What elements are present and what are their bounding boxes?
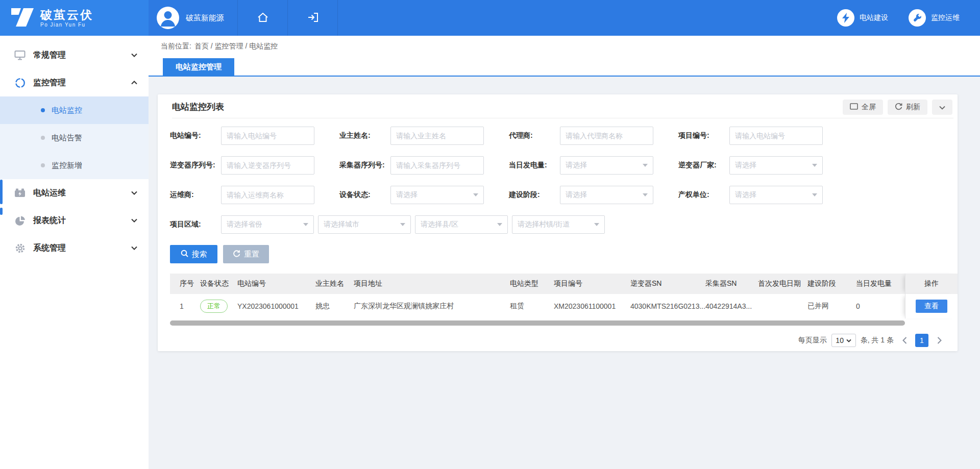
cell-inverter-sn: 4030KMTS216G0213...: [630, 302, 705, 310]
sidebar-item-system-management[interactable]: 系统管理: [0, 234, 149, 262]
search-button[interactable]: 搜索: [170, 245, 217, 263]
select-placeholder: 请选择: [735, 190, 756, 200]
reset-button[interactable]: 重置: [223, 245, 269, 263]
brand-logo: 破茧云伏 Po Jian Yun Fu: [0, 0, 149, 36]
field-label: 项目区域:: [170, 220, 221, 229]
select-placeholder: 请选择: [396, 190, 418, 200]
collapse-button[interactable]: [932, 100, 952, 115]
caret-down-icon: [846, 339, 851, 342]
sidebar-item-monitor-add[interactable]: 监控新增: [0, 152, 149, 179]
filter-field-property-unit: 产权单位: 请选择: [678, 186, 848, 204]
inverter-brand-select[interactable]: 请选择: [729, 156, 823, 175]
filter-actions: 搜索 重置: [170, 245, 958, 263]
logout-button[interactable]: [288, 0, 338, 36]
sidebar-subitem-label: 电站监控: [52, 106, 82, 115]
town-select[interactable]: 请选择村镇/街道: [512, 215, 605, 234]
next-page-button[interactable]: [933, 334, 945, 347]
horizontal-scrollbar-thumb[interactable]: [170, 320, 905, 326]
col-header-stage: 建设阶段: [807, 279, 856, 288]
cell-station-no: YX2023061000001: [237, 302, 315, 310]
fullscreen-icon: [850, 103, 858, 111]
chevron-down-icon: [939, 103, 945, 111]
sidebar-item-general-management[interactable]: 常规管理: [0, 41, 149, 69]
sidebar-item-station-alarm[interactable]: 电站告警: [0, 124, 149, 152]
home-button[interactable]: [238, 0, 288, 36]
property-unit-select[interactable]: 请选择: [729, 186, 823, 204]
page-number-button[interactable]: 1: [915, 334, 928, 347]
filter-field-project-no: 项目编号:: [678, 127, 848, 145]
quick-link-monitor-ops[interactable]: 监控运维: [909, 0, 960, 36]
sidebar-item-monitor-management[interactable]: 监控管理: [0, 69, 149, 96]
daily-gen-select[interactable]: 请选择: [560, 156, 653, 175]
cell-daily-gen: 0: [856, 302, 905, 310]
topbar-spacer: [338, 0, 837, 36]
select-placeholder: 请选择县/区: [421, 220, 458, 229]
col-header-daily-gen: 当日发电量: [856, 279, 905, 288]
district-select[interactable]: 请选择县/区: [415, 215, 508, 234]
chevron-down-icon: [131, 218, 137, 223]
total-count-label: 条, 共 1 条: [861, 336, 894, 345]
card-title: 电站监控列表: [172, 100, 224, 115]
lightning-icon: [837, 9, 854, 27]
col-header-seq: 序号: [170, 279, 200, 288]
caret-down-icon: [643, 164, 648, 167]
filter-field-build-stage: 建设阶段: 请选择: [509, 186, 678, 204]
owner-name-input[interactable]: [390, 127, 484, 145]
quick-link-label: 监控运维: [931, 13, 960, 22]
field-label: 逆变器序列号:: [170, 161, 221, 170]
monitor-icon: [14, 50, 26, 60]
avatar: [157, 7, 179, 29]
cell-device-status: 正常: [200, 300, 237, 313]
select-placeholder: 请选择: [566, 190, 587, 200]
brand-subtitle: Po Jian Yun Fu: [40, 22, 93, 28]
station-no-input[interactable]: [221, 127, 314, 145]
sidebar-scrollbar-thumb[interactable]: [0, 208, 3, 215]
field-label: 运维商:: [170, 190, 221, 200]
build-stage-select[interactable]: 请选择: [560, 186, 653, 204]
topbar-user[interactable]: 破茧新能源: [149, 0, 238, 36]
project-no-input[interactable]: [729, 127, 823, 145]
ops-provider-input[interactable]: [221, 186, 314, 204]
field-label: 当日发电量:: [509, 161, 560, 170]
sidebar-item-station-ops[interactable]: 电站运维: [0, 179, 149, 207]
breadcrumb: 当前位置: 首页 / 监控管理 / 电站监控: [149, 36, 980, 57]
content-area: 电站监控列表 全屏: [149, 77, 980, 469]
tab-station-monitor-management[interactable]: 电站监控管理: [163, 58, 234, 76]
refresh-button[interactable]: 刷新: [888, 100, 927, 115]
cell-collector-sn: 40422914A3...: [705, 302, 758, 310]
fullscreen-button[interactable]: 全屏: [843, 100, 883, 115]
reset-icon: [233, 250, 240, 259]
logo-mark-icon: [11, 8, 34, 29]
device-status-select[interactable]: 请选择: [390, 186, 484, 204]
bullet-dot-icon: [41, 136, 45, 140]
view-button[interactable]: 查看: [916, 300, 947, 313]
wrench-icon: [909, 9, 926, 27]
search-label: 搜索: [192, 250, 207, 259]
prev-page-button[interactable]: [898, 334, 911, 347]
per-page-select[interactable]: 10: [831, 334, 856, 347]
sidebar-item-label: 系统管理: [33, 243, 131, 254]
station-table: 序号 设备状态 电站编号 业主姓名 项目地址 电站类型 项目编号 逆变器SN 采…: [170, 274, 958, 326]
caret-down-icon: [812, 193, 817, 196]
col-header-collector-sn: 采集器SN: [705, 279, 758, 288]
station-monitor-card: 电站监控列表 全屏: [158, 94, 958, 351]
agent-input[interactable]: [560, 127, 653, 145]
province-select[interactable]: 请选择省份: [221, 215, 314, 234]
pagination: 每页显示 10 条, 共 1 条 1: [158, 334, 945, 347]
city-select[interactable]: 请选择城市: [318, 215, 411, 234]
sidebar-item-station-monitor[interactable]: 电站监控: [0, 96, 149, 124]
sidebar-item-report-stats[interactable]: 报表统计: [0, 207, 149, 234]
reset-label: 重置: [244, 250, 259, 259]
logout-icon: [307, 12, 318, 24]
inverter-sn-input[interactable]: [221, 156, 314, 175]
tab-bar: 电站监控管理: [149, 57, 980, 77]
filter-form: 电站编号: 业主姓名: 代理商: 项目编号:: [158, 118, 958, 234]
horizontal-scrollbar: [170, 320, 958, 326]
collector-sn-input[interactable]: [390, 156, 484, 175]
caret-down-icon: [594, 223, 599, 226]
main-area: 当前位置: 首页 / 监控管理 / 电站监控 电站监控管理 电站监控列表: [149, 36, 980, 469]
refresh-label: 刷新: [906, 103, 920, 112]
sidebar-scrollbar-thumb[interactable]: [0, 180, 3, 204]
quick-link-station-build[interactable]: 电站建设: [837, 0, 888, 36]
search-icon: [181, 250, 188, 259]
